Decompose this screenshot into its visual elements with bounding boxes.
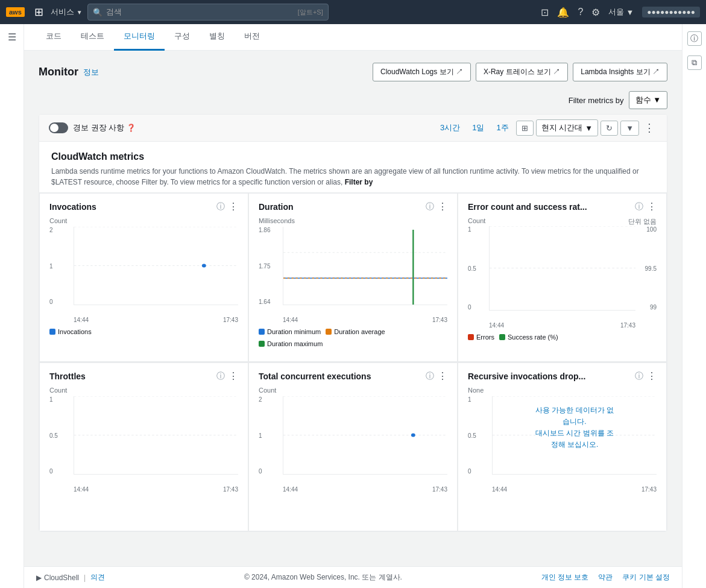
throttles-chart-inner <box>74 396 238 475</box>
bell-icon[interactable]: 🔔 <box>557 7 569 18</box>
tab-config[interactable]: 구성 <box>165 24 200 51</box>
recursive-more-icon[interactable]: ⋮ <box>647 370 657 382</box>
tab-code[interactable]: 코드 <box>36 24 71 51</box>
throttles-chart: 1 0.5 0 14:44 <box>49 396 238 493</box>
info-link[interactable]: 정보 <box>83 67 99 78</box>
throttles-info-icon[interactable]: ⓘ <box>216 371 225 382</box>
refresh-button[interactable]: ↻ <box>600 121 618 136</box>
recursive-info-icon[interactable]: ⓘ <box>635 371 643 382</box>
time-1d-button[interactable]: 1일 <box>467 120 489 136</box>
footer-links: 개인 정보 보호 약관 쿠키 기본 설정 <box>541 572 670 583</box>
privacy-link[interactable]: 개인 정보 보호 <box>541 572 589 583</box>
legend-invocations: Invocations <box>49 328 92 335</box>
errors-header-icons: ⓘ ⋮ <box>635 201 657 212</box>
content-area: 코드 테스트 모니터링 구성 별칭 버전 Monitor 정보 CloudWat… <box>24 24 682 588</box>
page-title: Monitor <box>39 66 78 78</box>
legend-dot-duration-avg <box>326 329 332 335</box>
time-controls: 3시간 1일 1주 ⊞ 현지 시간대 ▼ ↻ ▼ ⋮ <box>435 119 657 136</box>
duration-chart-inner <box>283 227 447 305</box>
legend-duration-min: Duration minimum <box>259 328 321 335</box>
more-options-button[interactable]: ⋮ <box>641 121 657 134</box>
concurrent-more-icon[interactable]: ⋮ <box>438 370 447 382</box>
throttles-unit: Count <box>49 387 238 394</box>
metric-card-invocations: Invocations ⓘ ⋮ Count 2 1 0 <box>39 193 248 362</box>
duration-legend: Duration minimum Duration average Durati… <box>259 328 447 347</box>
download-button[interactable]: ▼ <box>620 121 639 136</box>
page-content: Monitor 정보 CloudWatch Logs 보기 ↗ X-Ray 트레… <box>24 51 682 566</box>
legend-success: Success rate (%) <box>499 334 558 341</box>
time-3h-button[interactable]: 3시간 <box>435 120 465 136</box>
legend-dot-errors <box>468 334 474 340</box>
tab-monitor[interactable]: 모니터링 <box>114 24 165 51</box>
settings-icon[interactable]: ⚙ <box>591 7 600 18</box>
tab-test[interactable]: 테스트 <box>71 24 114 51</box>
cw-title: CloudWatch metrics <box>51 151 655 162</box>
svg-point-14 <box>411 434 415 437</box>
duration-info-icon[interactable]: ⓘ <box>426 201 434 212</box>
duration-header-icons: ⓘ ⋮ <box>426 201 447 212</box>
lambda-insights-button[interactable]: Lambda Insights 보기 ↗ <box>573 63 667 81</box>
invocations-more-icon[interactable]: ⋮ <box>229 201 238 212</box>
services-button[interactable]: 서비스 ▼ <box>51 7 83 17</box>
concurrent-title: Total concurrent executions <box>259 371 371 381</box>
throttles-svg <box>74 396 238 474</box>
timezone-chevron-icon: ▼ <box>585 124 593 133</box>
toggle-knob <box>50 124 58 132</box>
terms-link[interactable]: 약관 <box>598 572 613 583</box>
errors-chart-inner <box>489 226 635 311</box>
cw-description: Lambda sends runtime metrics for your fu… <box>51 166 655 188</box>
cloudshell-icon: ▶ <box>36 574 42 582</box>
footer: ▶ CloudShell | 의견 © 2024, Amazon Web Ser… <box>24 566 682 588</box>
help-icon[interactable]: ? <box>578 7 583 17</box>
xray-trace-button[interactable]: X-Ray 트레이스 보기 ↗ <box>476 63 568 81</box>
concurrent-unit: Count <box>259 387 447 394</box>
errors-title: Error count and success rat... <box>468 202 587 212</box>
concurrent-y-axis: 2 1 0 <box>259 396 280 475</box>
recursive-header-icons: ⓘ ⋮ <box>635 370 657 382</box>
invocations-unit: Count <box>49 217 238 224</box>
tab-alias[interactable]: 별칭 <box>200 24 235 51</box>
apps-icon[interactable]: ⊞ <box>34 5 43 19</box>
cw-header: CloudWatch metrics Lambda sends runtime … <box>39 142 667 192</box>
invocations-info-icon[interactable]: ⓘ <box>216 201 225 212</box>
toggle-switch[interactable] <box>49 122 68 133</box>
recursive-chart: 1 0.5 0 사용 가능한 데이터가 없습니다. <box>468 396 657 493</box>
cookie-link[interactable]: 쿠키 기본 설정 <box>622 572 670 583</box>
metric-card-duration: Duration ⓘ ⋮ Milliseconds 1.86 1.75 1 <box>248 193 458 362</box>
invocations-title: Invocations <box>49 202 96 212</box>
region-button[interactable]: 서울 ▼ <box>608 7 634 17</box>
toggle-label: 경보 권장 사항 ❓ <box>73 122 136 133</box>
nav-right: ⊡ 🔔 ? ⚙ 서울 ▼ ●●●●●●●●●●● <box>541 7 700 18</box>
errors-svg <box>490 226 635 310</box>
hamburger-icon[interactable]: ☰ <box>8 31 16 43</box>
errors-more-icon[interactable]: ⋮ <box>647 201 657 212</box>
tab-version[interactable]: 버전 <box>235 24 269 51</box>
custom-time-button[interactable]: ⊞ <box>516 121 534 136</box>
right-nav-icon[interactable]: ⧉ <box>687 55 702 70</box>
errors-info-icon[interactable]: ⓘ <box>635 201 643 212</box>
region-chevron-icon: ▼ <box>626 8 634 17</box>
cloudwatch-logs-button[interactable]: CloudWatch Logs 보기 ↗ <box>373 63 471 81</box>
search-bar[interactable]: 🔍 검색 [알트+S] <box>87 4 329 21</box>
cloudshell-button[interactable]: ▶ CloudShell <box>36 574 79 582</box>
toggle-info-icon[interactable]: ❓ <box>127 124 136 132</box>
errors-chart: 1 0.5 0 100 99.5 99 <box>468 226 657 329</box>
right-info-icon[interactable]: ⓘ <box>687 31 702 46</box>
throttles-more-icon[interactable]: ⋮ <box>229 370 238 382</box>
terminal-icon[interactable]: ⊡ <box>541 7 549 18</box>
metric-card-duration-header: Duration ⓘ ⋮ <box>259 201 447 212</box>
timezone-button[interactable]: 현지 시간대 ▼ <box>536 119 599 136</box>
feedback-text[interactable]: 의견 <box>90 572 105 583</box>
footer-copyright: © 2024, Amazon Web Services, Inc. 또는 계열사… <box>244 572 402 583</box>
invocations-chart: 2 1 0 <box>49 227 238 323</box>
metric-card-invocations-header: Invocations ⓘ ⋮ <box>49 201 238 212</box>
filter-function-button[interactable]: 함수 ▼ <box>629 91 667 109</box>
concurrent-info-icon[interactable]: ⓘ <box>426 371 434 382</box>
time-1w-button[interactable]: 1주 <box>491 120 513 136</box>
concurrent-x-labels: 14:44 17:43 <box>283 486 447 493</box>
chevron-icon: ▼ <box>77 9 83 16</box>
concurrent-header-icons: ⓘ ⋮ <box>426 370 447 382</box>
svg-point-2 <box>202 264 206 268</box>
duration-more-icon[interactable]: ⋮ <box>438 201 447 212</box>
top-nav: aws ⊞ 서비스 ▼ 🔍 검색 [알트+S] ⊡ 🔔 ? ⚙ 서울 ▼ ●●●… <box>0 0 706 24</box>
